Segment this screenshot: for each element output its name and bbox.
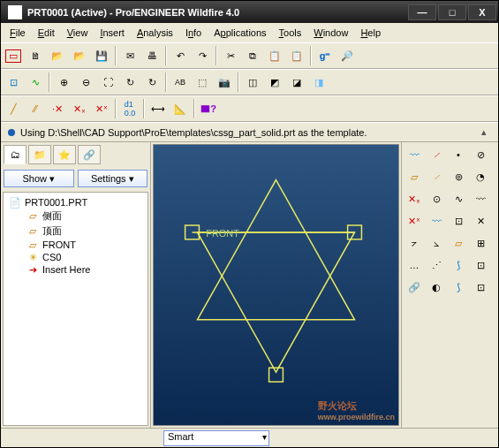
sk-more-button[interactable]: … xyxy=(404,254,425,276)
sk-a2-button[interactable]: ⟋ xyxy=(426,166,447,187)
sk-d3-button[interactable]: ▱ xyxy=(448,232,469,254)
menu-info[interactable]: Info xyxy=(180,26,207,40)
b4-icon: 〰 xyxy=(476,194,486,204)
sk-e2-button[interactable]: ⋰ xyxy=(426,254,447,276)
maximize-button[interactable]: □ xyxy=(438,4,466,20)
print-button[interactable]: 🖶 xyxy=(141,45,163,66)
sk-fillet-button[interactable]: ⦢ xyxy=(404,232,425,254)
redo-button[interactable]: ↷ xyxy=(192,45,213,66)
menu-edit[interactable]: Edit xyxy=(33,26,60,40)
model-tree[interactable]: 📄 PRT0001.PRT ▱ 侧面 ▱ 顶面 ▱ FRONT ✳ CS0 xyxy=(3,192,148,426)
sk-c4-button[interactable]: ✕ xyxy=(470,210,491,232)
wireframe-button[interactable]: ◫ xyxy=(242,72,263,93)
sk-f1-button[interactable]: 🔗 xyxy=(404,277,425,298)
openset-button[interactable]: 📂 xyxy=(69,45,90,66)
sk-b3-button[interactable]: ∿ xyxy=(448,188,469,209)
datum5-button[interactable]: ✕ˣ xyxy=(91,98,112,119)
sk-e3-button[interactable]: ⟆ xyxy=(448,254,469,276)
menu-view[interactable]: View xyxy=(62,26,94,40)
sk-f2-button[interactable]: ◐ xyxy=(426,277,447,298)
hidden-button[interactable]: ◩ xyxy=(264,72,285,93)
sk-c2-button[interactable]: 〰 xyxy=(426,210,447,232)
settings-button[interactable]: Settings ▾ xyxy=(78,170,148,187)
save-button[interactable]: 💾 xyxy=(91,45,112,66)
new-button[interactable]: ▭ xyxy=(3,45,24,66)
measure1-button[interactable]: ⟷ xyxy=(147,98,169,119)
tree-item-4[interactable]: ➔ Insert Here xyxy=(5,263,146,276)
graphics-viewport[interactable]: FRONT 野火论坛 www.proewildfire.cn xyxy=(153,144,399,426)
sk-arc-button[interactable]: ✕ˣ xyxy=(404,210,425,232)
orient-button[interactable]: ↻ xyxy=(141,72,163,93)
layers-button[interactable]: ⬚ xyxy=(192,72,213,93)
menu-help[interactable]: Help xyxy=(355,26,386,40)
datum3-button[interactable]: ·✕ xyxy=(47,98,68,119)
sk-c3-button[interactable]: ⊡ xyxy=(448,210,469,232)
dim-button[interactable]: d10.0 xyxy=(119,98,140,119)
mail-button[interactable]: ✉ xyxy=(119,45,140,66)
sk-a3-button[interactable]: ⊚ xyxy=(448,166,469,187)
sk-pt-button[interactable]: • xyxy=(448,144,469,165)
sk-b4-button[interactable]: 〰 xyxy=(470,188,491,209)
refresh-button[interactable]: ↻ xyxy=(119,72,140,93)
zoomfit-button[interactable]: ⛶ xyxy=(97,72,118,93)
filter-combo[interactable]: Smart xyxy=(163,430,269,446)
datum1-button[interactable]: ╱ xyxy=(3,98,24,119)
undo-button[interactable]: ↶ xyxy=(170,45,191,66)
sk-a4-button[interactable]: ◔ xyxy=(470,166,491,187)
sk-d4-button[interactable]: ⊞ xyxy=(470,232,491,254)
datum2-button[interactable]: ⁄⁄ xyxy=(25,98,46,119)
show-button[interactable]: Show ▾ xyxy=(4,170,74,187)
sk-rect-button[interactable]: ▱ xyxy=(404,166,425,187)
sk-e4-button[interactable]: ⊡ xyxy=(470,254,491,276)
sk-a1-button[interactable]: ⊘ xyxy=(470,144,491,165)
tab-modeltree[interactable]: 🗂 xyxy=(4,145,26,164)
tree-item-1[interactable]: ▱ 顶面 xyxy=(5,224,146,239)
menu-window[interactable]: Window xyxy=(308,26,353,40)
sk-f3-button[interactable]: ⟆ xyxy=(448,277,469,298)
selnode-button[interactable]: ⊡ xyxy=(3,72,24,93)
e4-icon: ⊡ xyxy=(477,260,485,271)
sk-b2-button[interactable]: ⊙ xyxy=(426,188,447,209)
arc-icon: ✕ˣ xyxy=(408,216,420,227)
msg-scroll-up[interactable]: ▴ xyxy=(477,126,491,138)
camera-button[interactable]: 📷 xyxy=(214,72,235,93)
selcurve-button[interactable]: ∿ xyxy=(25,72,46,93)
sk-d2-button[interactable]: ⦣ xyxy=(426,232,447,254)
zoomin-button[interactable]: ⊕ xyxy=(53,72,74,93)
shaded-button[interactable]: ◨ xyxy=(308,72,329,93)
sk-line-button[interactable]: 〰 xyxy=(404,144,425,165)
text-button[interactable]: AB xyxy=(170,72,191,93)
menu-insert[interactable]: Insert xyxy=(95,26,130,40)
find-button[interactable]: 🔎 xyxy=(336,45,358,66)
tree-root[interactable]: 📄 PRT0001.PRT xyxy=(5,196,146,209)
paste2-button[interactable]: 📋 xyxy=(286,45,307,66)
regen-button[interactable]: g⁼ xyxy=(314,45,336,66)
datum4-button[interactable]: ✕ₓ xyxy=(69,98,90,119)
menu-analysis[interactable]: Analysis xyxy=(132,26,178,40)
help-button[interactable]: ⯀? xyxy=(198,98,219,119)
tree-item-3[interactable]: ✳ CS0 xyxy=(5,251,146,263)
paste-button[interactable]: 📋 xyxy=(264,45,285,66)
measure2-button[interactable]: 📐 xyxy=(170,98,191,119)
minimize-button[interactable]: — xyxy=(408,4,436,20)
tree-item-0[interactable]: ▱ 侧面 xyxy=(5,209,146,224)
selnode-icon: ⊡ xyxy=(10,77,18,88)
tab-connect[interactable]: 🔗 xyxy=(78,145,101,164)
newdoc-button[interactable]: 🗎 xyxy=(25,45,46,66)
copy-button[interactable]: ⧉ xyxy=(242,45,263,66)
sk-circle-button[interactable]: ✕ₓ xyxy=(404,188,425,209)
open-button[interactable]: 📂 xyxy=(47,45,68,66)
sk-f4-button[interactable]: ⊡ xyxy=(470,277,491,298)
cut-button[interactable]: ✂ xyxy=(220,45,241,66)
tab-favorites[interactable]: ⭐ xyxy=(53,145,76,164)
menu-applications[interactable]: Applications xyxy=(208,26,271,40)
pt-icon: • xyxy=(457,149,460,160)
menu-tools[interactable]: Tools xyxy=(274,26,307,40)
zoomout-button[interactable]: ⊖ xyxy=(75,72,96,93)
tree-item-2[interactable]: ▱ FRONT xyxy=(5,239,146,251)
tab-folder[interactable]: 📁 xyxy=(28,145,51,164)
nohidden-button[interactable]: ◪ xyxy=(286,72,307,93)
sk-chain-button[interactable]: ⟋ xyxy=(426,144,447,165)
close-button[interactable]: X xyxy=(468,4,496,20)
menu-file[interactable]: File xyxy=(4,26,31,40)
